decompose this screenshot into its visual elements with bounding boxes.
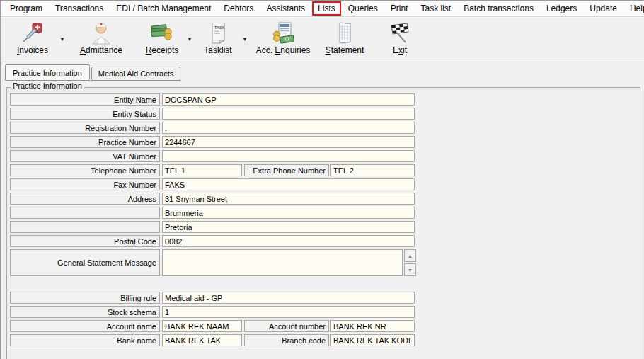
registration-number-field[interactable] [162, 122, 415, 134]
checkered-flag-icon [388, 20, 412, 45]
application-window: Program Transactions EDI / Batch Managem… [0, 0, 644, 359]
practice-number-field[interactable] [162, 136, 415, 148]
menu-bar: Program Transactions EDI / Batch Managem… [1, 1, 644, 17]
toolbar-button-tasklist[interactable]: TASK Tasklist [196, 19, 240, 55]
menu-debtors[interactable]: Debtors [217, 1, 260, 16]
banknotes-coins-icon [150, 20, 174, 45]
menu-transactions[interactable]: Transactions [49, 1, 110, 16]
menu-assistants[interactable]: Assistants [260, 1, 311, 16]
toolbar-button-exit[interactable]: Exit [377, 19, 422, 55]
toolbar-button-receipts[interactable]: Receipts [139, 19, 185, 55]
menu-program[interactable]: Program [4, 1, 49, 16]
toolbar-label-receipts: Receipts [146, 45, 179, 55]
menu-task-list[interactable]: Task list [414, 1, 457, 16]
address-line2-label [10, 207, 160, 219]
fax-number-label: Fax Number [10, 178, 160, 190]
account-enquiry-icon [271, 20, 295, 45]
toolbar-button-acc-enquiries[interactable]: Acc. Enquiries [251, 19, 315, 55]
entity-name-label: Entity Name [10, 93, 160, 106]
billing-rule-label: Billing rule [10, 292, 160, 304]
general-statement-message-textarea[interactable] [162, 249, 403, 276]
toolbar-label-admittance: Admittance [80, 45, 122, 55]
tab-bar: Practice Information Medical Aid Contrac… [5, 64, 182, 81]
telephone-number-field[interactable] [162, 164, 242, 176]
menu-edi-batch-management[interactable]: EDI / Batch Management [110, 1, 217, 16]
menu-queries[interactable]: Queries [342, 1, 384, 16]
tab-practice-information[interactable]: Practice Information [5, 64, 90, 81]
bank-name-label: Bank name [10, 334, 160, 346]
menu-lists[interactable]: Lists [312, 1, 341, 16]
toolbar-label-statement: Statement [326, 45, 364, 55]
registration-number-label: Registration Number [10, 122, 160, 134]
stock-schema-field[interactable] [162, 306, 415, 318]
practice-number-label: Practice Number [10, 136, 160, 148]
account-name-label: Account name [10, 320, 160, 332]
address-label: Address [10, 193, 160, 205]
postal-code-field[interactable] [162, 235, 415, 247]
menu-batch-transactions[interactable]: Batch transactions [457, 1, 540, 16]
task-note-icon: TASK [206, 20, 230, 45]
account-name-field[interactable] [162, 320, 242, 332]
toolbar-button-statement[interactable]: Statement [319, 19, 370, 55]
toolbar-button-invoices[interactable]: Invoices [8, 19, 57, 55]
branch-code-label: Branch code [244, 334, 329, 346]
vat-number-label: VAT Number [10, 150, 160, 162]
account-number-field[interactable] [330, 320, 415, 332]
svg-text:TASK: TASK [214, 25, 225, 30]
entity-status-label: Entity Status [10, 108, 160, 120]
groupbox-title: Practice Information [11, 81, 84, 90]
toolbar-label-invoices: Invoices [17, 45, 48, 55]
postal-code-label: Postal Code [10, 235, 160, 247]
extra-phone-number-field[interactable] [330, 164, 415, 176]
toolbar-label-tasklist: Tasklist [204, 45, 231, 55]
account-number-label: Account number [244, 320, 329, 332]
invoices-dropdown-arrow[interactable]: ▼ [57, 36, 67, 42]
menu-print[interactable]: Print [384, 1, 415, 16]
syringe-blood-bag-icon [21, 20, 45, 45]
statement-document-icon [333, 20, 357, 45]
stock-schema-label: Stock schema [10, 306, 160, 318]
nurse-icon [89, 20, 113, 45]
menu-update[interactable]: Update [583, 1, 623, 16]
billing-rule-field[interactable] [162, 292, 415, 304]
address-line3-label [10, 221, 160, 233]
general-statement-message-label: General Statement Message [10, 249, 160, 276]
statement-message-scroll-up-button[interactable]: ▲ [404, 249, 416, 262]
address-line3-field[interactable] [162, 221, 415, 233]
branch-code-field[interactable] [330, 334, 415, 346]
entity-name-field[interactable] [162, 93, 415, 106]
extra-phone-number-label: Extra Phone Number [244, 164, 329, 176]
bank-name-field[interactable] [162, 334, 242, 346]
address-line2-field[interactable] [162, 207, 415, 219]
toolbar-button-admittance[interactable]: Admittance [73, 19, 130, 55]
entity-status-field[interactable] [162, 108, 415, 120]
tasklist-dropdown-arrow[interactable]: ▼ [240, 36, 250, 42]
tab-medical-aid-contracts[interactable]: Medical Aid Contracts [91, 67, 180, 81]
address-line1-field[interactable] [162, 193, 415, 205]
statement-message-scroll-down-button[interactable]: ▼ [404, 263, 416, 276]
toolbar-label-acc-enquiries: Acc. Enquiries [256, 45, 311, 55]
toolbar: Invoices ▼ Admittance [1, 17, 644, 62]
fax-number-field[interactable] [162, 178, 415, 190]
menu-ledgers[interactable]: Ledgers [540, 1, 583, 16]
telephone-number-label: Telephone Number [10, 164, 160, 176]
receipts-dropdown-arrow[interactable]: ▼ [185, 36, 195, 42]
menu-help[interactable]: Help [623, 1, 644, 16]
toolbar-label-exit: Exit [393, 45, 407, 55]
vat-number-field[interactable] [162, 150, 415, 162]
